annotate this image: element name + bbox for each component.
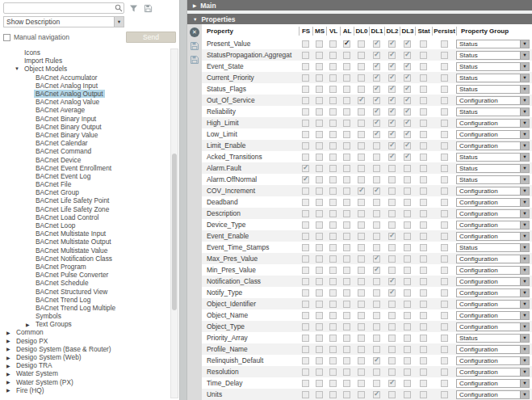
- checkbox[interactable]: [329, 391, 337, 398]
- checkbox[interactable]: [441, 278, 448, 285]
- checkbox[interactable]: [329, 154, 337, 161]
- chevron-down-icon[interactable]: ▼: [520, 346, 529, 353]
- property-group-dropdown[interactable]: Status▼: [456, 40, 530, 48]
- checkbox[interactable]: [302, 86, 309, 93]
- checkbox[interactable]: [358, 86, 365, 93]
- tree-item-fire-hq[interactable]: ▶Fire (HQ): [0, 386, 169, 394]
- chevron-collapsed-icon[interactable]: ▶: [6, 338, 15, 343]
- checkbox[interactable]: [329, 301, 337, 308]
- checkbox[interactable]: [329, 346, 337, 353]
- chevron-down-icon[interactable]: ▼: [520, 52, 529, 59]
- checkbox[interactable]: [343, 165, 350, 172]
- checkbox[interactable]: [404, 312, 411, 319]
- checkbox[interactable]: [404, 244, 411, 251]
- checkbox[interactable]: ✓: [373, 131, 380, 138]
- checkbox[interactable]: [441, 391, 448, 398]
- checkbox[interactable]: [441, 52, 448, 59]
- checkbox[interactable]: [420, 301, 427, 308]
- tree-item-bacnet-life-safety-zone[interactable]: BACnet Life Safety Zone: [0, 205, 169, 213]
- checkbox[interactable]: ✓: [373, 63, 380, 70]
- checkbox[interactable]: [302, 391, 309, 398]
- chevron-down-icon[interactable]: ▼: [520, 165, 529, 172]
- search-input[interactable]: [4, 4, 113, 12]
- tree-item-bacnet-life-safety-point[interactable]: BACnet Life Safety Point: [0, 196, 169, 204]
- checkbox[interactable]: [343, 357, 350, 364]
- checkbox[interactable]: [316, 52, 323, 59]
- checkbox[interactable]: [302, 187, 309, 195]
- checkbox[interactable]: [343, 210, 350, 217]
- checkbox[interactable]: [373, 154, 380, 161]
- checkbox[interactable]: ✓: [404, 74, 411, 82]
- checkbox[interactable]: [420, 131, 427, 138]
- checkbox[interactable]: [316, 289, 323, 297]
- checkbox[interactable]: [388, 391, 396, 398]
- tree-item-water-system[interactable]: ▶Water System: [0, 369, 169, 377]
- checkbox[interactable]: [404, 391, 411, 398]
- checkbox[interactable]: [420, 176, 427, 183]
- checkbox[interactable]: [404, 221, 411, 229]
- checkbox[interactable]: ✓: [343, 40, 350, 48]
- checkbox[interactable]: [388, 335, 396, 342]
- checkbox[interactable]: [316, 312, 323, 319]
- chevron-down-icon[interactable]: ▼: [520, 154, 529, 161]
- checkbox[interactable]: [316, 210, 323, 217]
- checkbox[interactable]: [302, 267, 309, 274]
- tree-item-bacnet-analog-output[interactable]: BACnet Analog Output: [0, 90, 169, 98]
- checkbox[interactable]: [329, 63, 337, 70]
- checkbox[interactable]: ✓: [388, 380, 396, 387]
- checkbox[interactable]: [302, 210, 309, 217]
- chevron-down-icon[interactable]: ▼: [520, 40, 529, 48]
- checkbox[interactable]: [420, 267, 427, 274]
- save-search-icon[interactable]: [143, 3, 153, 14]
- checkbox[interactable]: [316, 142, 323, 149]
- checkbox[interactable]: [358, 154, 365, 161]
- checkbox[interactable]: [420, 312, 427, 319]
- checkbox[interactable]: [388, 221, 396, 229]
- tree-item-bacnet-pulse-converter[interactable]: BACnet Pulse Converter: [0, 271, 169, 279]
- checkbox[interactable]: [329, 74, 337, 82]
- checkbox[interactable]: [404, 267, 411, 274]
- checkbox[interactable]: [329, 221, 337, 229]
- tree-item-bacnet-binary-value[interactable]: BACnet Binary Value: [0, 131, 169, 139]
- property-group-dropdown[interactable]: Status▼: [456, 334, 530, 343]
- checkbox[interactable]: [358, 52, 365, 59]
- chevron-collapsed-icon[interactable]: ▶: [6, 330, 15, 335]
- checkbox[interactable]: ✓: [404, 108, 411, 116]
- checkbox[interactable]: [329, 312, 337, 319]
- checkbox[interactable]: [420, 187, 427, 195]
- checkbox[interactable]: [441, 74, 448, 82]
- chevron-down-icon[interactable]: ▼: [520, 86, 529, 93]
- checkbox[interactable]: [358, 278, 365, 285]
- tree-item-bacnet-event-log[interactable]: BACnet Event Log: [0, 172, 169, 180]
- checkbox[interactable]: ✓: [373, 187, 380, 195]
- tree-item-bacnet-structured-view[interactable]: BACnet Structured View: [0, 287, 169, 295]
- chevron-down-icon[interactable]: ▼: [520, 142, 529, 149]
- section-properties-header[interactable]: ▼ Properties: [187, 14, 532, 24]
- checkbox[interactable]: ✓: [388, 40, 396, 48]
- chevron-down-icon[interactable]: ▼: [520, 289, 529, 297]
- checkbox[interactable]: [358, 120, 365, 127]
- property-group-dropdown[interactable]: Status▼: [456, 243, 530, 252]
- checkbox[interactable]: [404, 199, 411, 206]
- checkbox[interactable]: [302, 221, 309, 229]
- checkbox[interactable]: [441, 187, 448, 195]
- checkbox[interactable]: [420, 40, 427, 48]
- checkbox[interactable]: ✓: [388, 278, 396, 285]
- checkbox[interactable]: [420, 142, 427, 149]
- tree-item-bacnet-device[interactable]: BACnet Device: [0, 155, 169, 163]
- checkbox[interactable]: [302, 380, 309, 387]
- checkbox[interactable]: ✓: [373, 357, 380, 364]
- checkbox[interactable]: [388, 346, 396, 353]
- tree-item-bacnet-program[interactable]: BACnet Program: [0, 263, 169, 271]
- checkbox[interactable]: [358, 108, 365, 116]
- checkbox[interactable]: [441, 335, 448, 342]
- checkbox[interactable]: [358, 301, 365, 308]
- property-group-dropdown[interactable]: Configuration▼: [456, 187, 530, 196]
- chevron-down-icon[interactable]: ▼: [520, 323, 529, 331]
- checkbox[interactable]: [358, 63, 365, 70]
- checkbox[interactable]: [316, 74, 323, 82]
- tree-item-icons[interactable]: Icons: [0, 48, 169, 57]
- checkbox[interactable]: [373, 301, 380, 308]
- property-group-dropdown[interactable]: Configuration▼: [456, 288, 530, 297]
- tree-item-common[interactable]: ▶Common: [0, 328, 169, 336]
